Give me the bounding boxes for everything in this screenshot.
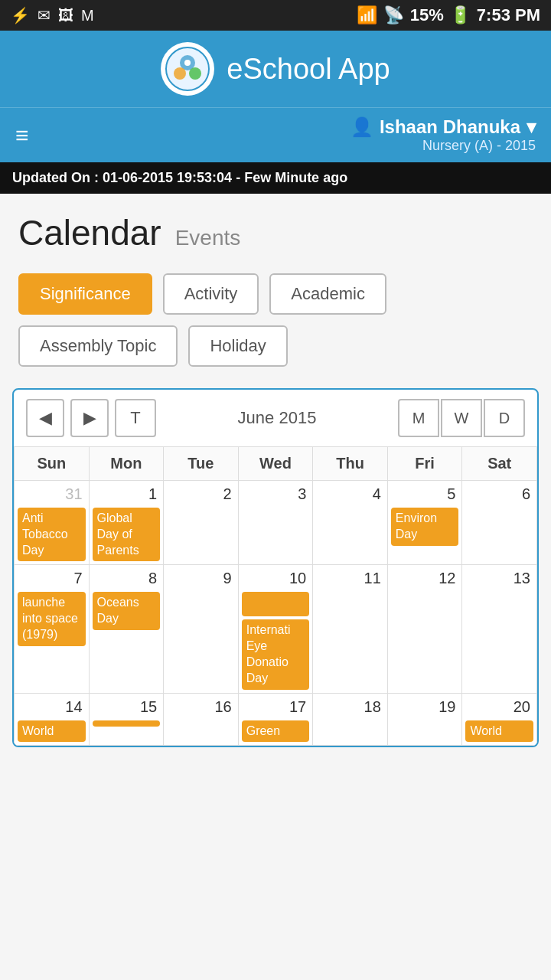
cal-cell[interactable]: 19 <box>387 693 462 746</box>
view-buttons: M W D <box>398 399 525 437</box>
cal-cell[interactable]: 4 <box>313 481 388 565</box>
filter-btn-holiday[interactable]: Holiday <box>188 325 287 367</box>
cal-cell[interactable]: 18 <box>313 693 388 746</box>
cal-cell[interactable]: 7launche into space (1979) <box>15 565 90 693</box>
filter-btn-assembly[interactable]: Assembly Topic <box>18 325 178 367</box>
status-bar: ⚡ ✉ 🖼 M 📶 📡 15% 🔋 7:53 PM <box>0 0 551 31</box>
signal-icon: 📡 <box>383 5 404 25</box>
user-info: 👤 Ishaan Dhanuka ▾ Nursery (A) - 2015 <box>350 116 536 154</box>
date-number: 16 <box>167 697 235 717</box>
gmail-icon: M <box>81 7 94 24</box>
date-number: 14 <box>18 697 86 717</box>
battery-text: 15% <box>410 5 444 25</box>
image-icon: 🖼 <box>58 7 73 24</box>
date-number: 4 <box>316 484 384 505</box>
cal-header-thu: Thu <box>313 447 388 481</box>
date-number: 9 <box>167 568 235 589</box>
event-badge[interactable] <box>242 592 310 616</box>
svg-point-3 <box>189 67 201 80</box>
day-view-button[interactable]: D <box>484 399 525 437</box>
cal-cell[interactable]: 5Environ Day <box>387 481 462 565</box>
event-badge[interactable]: Internati Eye Donatio Day <box>242 619 310 689</box>
date-number: 6 <box>465 484 533 505</box>
update-prefix: Updated On : <box>12 170 103 185</box>
date-number: 7 <box>18 568 86 589</box>
clock: 7:53 PM <box>477 5 540 25</box>
event-badge[interactable]: Global Day of Parents <box>93 508 161 561</box>
event-badge[interactable]: Environ Day <box>391 508 459 546</box>
page-title-bar: Calendar Events <box>0 194 551 260</box>
cal-cell[interactable]: 6 <box>462 481 537 565</box>
cal-cell[interactable]: 11 <box>313 565 388 693</box>
month-title: June 2015 <box>162 408 392 428</box>
person-icon: 👤 <box>350 116 373 138</box>
event-badge[interactable]: World <box>18 720 86 743</box>
wifi-icon: 📶 <box>357 5 377 25</box>
filter-btn-activity[interactable]: Activity <box>163 273 259 315</box>
date-number: 5 <box>391 484 459 505</box>
today-button[interactable]: T <box>115 399 156 437</box>
week-view-button[interactable]: W <box>441 399 482 437</box>
event-badge[interactable]: launche into space (1979) <box>18 592 86 645</box>
cal-cell[interactable]: 1Global Day of Parents <box>89 481 164 565</box>
cal-header-fri: Fri <box>387 447 462 481</box>
cal-header-mon: Mon <box>89 447 164 481</box>
filter-area: SignificanceActivityAcademicAssembly Top… <box>0 260 551 381</box>
date-number: 8 <box>93 568 161 589</box>
month-view-button[interactable]: M <box>398 399 439 437</box>
cal-cell[interactable]: 17Green <box>238 693 313 746</box>
battery-icon: 🔋 <box>450 5 471 25</box>
usb-icon: ⚡ <box>11 6 30 24</box>
date-number: 15 <box>93 697 161 717</box>
cal-cell[interactable]: 10Internati Eye Donatio Day <box>238 565 313 693</box>
date-number: 13 <box>465 568 533 589</box>
cal-cell[interactable]: 13 <box>462 565 537 693</box>
event-badge[interactable]: World <box>465 720 533 743</box>
app-title: eSchool App <box>227 53 390 86</box>
date-number: 2 <box>167 484 235 505</box>
svg-point-4 <box>184 60 191 66</box>
date-number: 3 <box>242 484 310 505</box>
cal-cell[interactable]: 20World <box>462 693 537 746</box>
cal-header-wed: Wed <box>238 447 313 481</box>
user-class-display: Nursery (A) - 2015 <box>350 138 536 154</box>
filter-btn-academic[interactable]: Academic <box>269 273 386 315</box>
dropdown-icon: ▾ <box>527 116 536 138</box>
cal-cell[interactable]: 12 <box>387 565 462 693</box>
status-right-info: 📶 📡 15% 🔋 7:53 PM <box>357 5 540 25</box>
update-timestamp: 01-06-2015 19:53:04 <box>103 170 232 185</box>
cal-cell[interactable]: 8Oceans Day <box>89 565 164 693</box>
event-badge[interactable]: Oceans Day <box>93 592 161 630</box>
cal-header-tue: Tue <box>164 447 239 481</box>
date-number: 10 <box>242 568 310 589</box>
cal-cell[interactable]: 16 <box>164 693 239 746</box>
date-number: 18 <box>316 697 384 717</box>
hamburger-menu[interactable]: ≡ <box>15 122 29 149</box>
cal-cell[interactable]: 14World <box>15 693 90 746</box>
date-number: 11 <box>316 568 384 589</box>
event-badge[interactable]: Anti Tobacco Day <box>18 508 86 561</box>
user-bar: ≡ 👤 Ishaan Dhanuka ▾ Nursery (A) - 2015 <box>0 107 551 162</box>
user-name-display[interactable]: 👤 Ishaan Dhanuka ▾ <box>350 116 536 138</box>
filter-btn-significance[interactable]: Significance <box>18 273 152 315</box>
date-number: 19 <box>391 697 459 717</box>
prev-month-button[interactable]: ◀ <box>26 399 64 437</box>
status-left-icons: ⚡ ✉ 🖼 M <box>11 6 94 24</box>
page-title: Calendar <box>18 212 161 253</box>
event-badge[interactable] <box>93 720 161 727</box>
calendar-grid: SunMonTueWedThuFriSat 31Anti Tobacco Day… <box>14 446 537 746</box>
next-month-button[interactable]: ▶ <box>70 399 109 437</box>
cal-cell[interactable]: 31Anti Tobacco Day <box>15 481 90 565</box>
cal-cell[interactable]: 2 <box>164 481 239 565</box>
date-number: 17 <box>242 697 310 717</box>
svg-point-2 <box>174 67 186 80</box>
cal-header-sat: Sat <box>462 447 537 481</box>
calendar-container: ◀ ▶ T June 2015 M W D SunMonTueWedThuFri… <box>12 388 539 747</box>
date-number: 1 <box>93 484 161 505</box>
page-subtitle: Events <box>175 226 241 250</box>
cal-cell[interactable]: 9 <box>164 565 239 693</box>
cal-cell[interactable]: 3 <box>238 481 313 565</box>
cal-cell[interactable]: 15 <box>89 693 164 746</box>
date-number: 20 <box>465 697 533 717</box>
event-badge[interactable]: Green <box>242 720 310 743</box>
